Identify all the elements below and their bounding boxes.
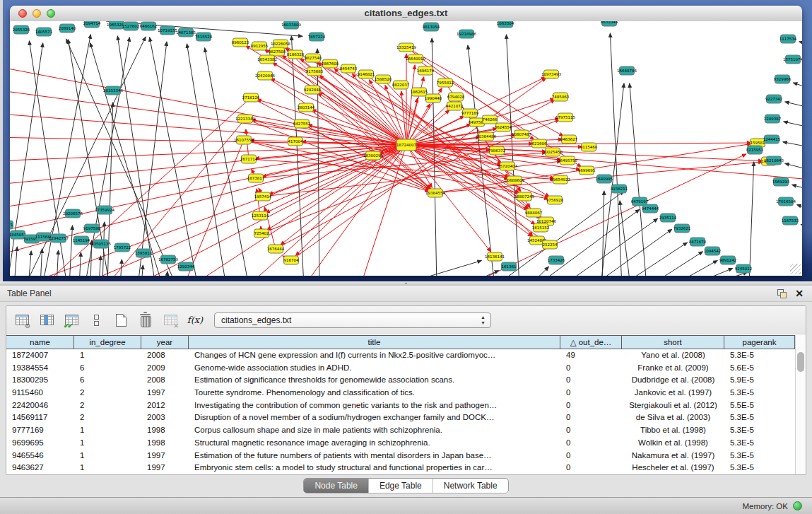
- network-node[interactable]: 7986372: [488, 146, 506, 155]
- table-cell[interactable]: 1997: [141, 462, 189, 474]
- column-header[interactable]: pagerank: [724, 336, 795, 349]
- table-row[interactable]: 1872400712008Changes of HCN gene express…: [6, 349, 795, 362]
- network-node[interactable]: 1527602: [122, 22, 140, 30]
- network-node[interactable]: 725402: [254, 229, 269, 238]
- float-window-icon[interactable]: [777, 289, 787, 298]
- network-node[interactable]: 19654923: [551, 175, 570, 184]
- table-cell[interactable]: Franke et al. (2009): [622, 362, 724, 375]
- table-cell[interactable]: 1997: [141, 450, 189, 462]
- table-cell[interactable]: 2: [74, 411, 141, 424]
- network-node[interactable]: 8813054: [423, 23, 440, 31]
- table-cell[interactable]: 5.9E-5: [724, 374, 795, 387]
- table-cell[interactable]: 9699695: [6, 437, 74, 450]
- network-node[interactable]: 17016504: [776, 197, 796, 206]
- network-node[interactable]: 1063304: [497, 21, 514, 28]
- column-header[interactable]: year: [141, 336, 189, 349]
- network-node[interactable]: 9463627: [560, 135, 578, 144]
- network-node[interactable]: 14671385: [176, 28, 196, 37]
- network-node[interactable]: 1696176: [417, 66, 435, 75]
- network-node[interactable]: 252254: [543, 240, 558, 249]
- table-cell[interactable]: 5.3E-5: [724, 437, 795, 450]
- table-cell[interactable]: 6: [74, 362, 141, 375]
- network-node[interactable]: 3624554: [495, 123, 512, 132]
- table-cell[interactable]: 5.3E-5: [724, 349, 795, 362]
- network-node[interactable]: 1569293: [772, 177, 790, 186]
- network-file-select[interactable]: citations_edges.txt ▲▼: [214, 313, 491, 328]
- table-cell[interactable]: 1998: [141, 437, 189, 450]
- table-cell[interactable]: Estimation of significance thresholds fo…: [189, 374, 560, 387]
- network-node[interactable]: 8427552: [293, 119, 311, 128]
- network-node[interactable]: 6466162: [140, 22, 158, 30]
- network-node[interactable]: 1588520: [375, 75, 392, 83]
- table-cell[interactable]: 19384554: [6, 362, 74, 375]
- splitter-handle-icon[interactable]: ▴: [405, 281, 407, 285]
- network-node[interactable]: 16107554: [234, 136, 254, 144]
- table-cell[interactable]: Yano et al. (2008): [622, 349, 724, 362]
- table-cell[interactable]: Dudbridge et al. (2008): [622, 374, 724, 387]
- network-node[interactable]: 2867608: [322, 59, 339, 68]
- table-cell[interactable]: 14569117: [6, 411, 74, 424]
- table-cell[interactable]: 9465546: [6, 450, 74, 462]
- network-node[interactable]: 7955812: [437, 78, 454, 87]
- network-node[interactable]: 7857224: [308, 33, 326, 41]
- table-cell[interactable]: 2: [74, 387, 141, 399]
- network-node[interactable]: 16210643: [764, 156, 784, 165]
- network-node[interactable]: 19218986: [457, 30, 476, 38]
- network-node[interactable]: 7932621: [673, 224, 691, 233]
- close-panel-icon[interactable]: ✕: [795, 288, 804, 298]
- network-node[interactable]: 16782759: [158, 255, 178, 264]
- table-row[interactable]: 1830029562008Estimation of significance …: [6, 374, 795, 387]
- column-header[interactable]: in_degree: [74, 336, 141, 349]
- table-row[interactable]: 1456911722003Disruption of a novel membe…: [6, 411, 795, 424]
- network-node[interactable]: 1094542: [704, 247, 722, 255]
- table-cell[interactable]: Disruption of a novel member of a sodium…: [189, 411, 560, 424]
- table-cell[interactable]: 0: [560, 437, 622, 450]
- network-node[interactable]: 8822037: [392, 81, 410, 89]
- network-node[interactable]: 621606: [532, 139, 547, 148]
- table-cell[interactable]: 0: [560, 362, 622, 375]
- network-node[interactable]: 18724007: [396, 139, 416, 151]
- table-row[interactable]: 1938455462009Genome-wide association stu…: [6, 362, 795, 375]
- network-node[interactable]: 8471670: [689, 238, 707, 246]
- network-node[interactable]: 2094714: [83, 21, 101, 28]
- close-button[interactable]: [18, 9, 27, 18]
- network-node[interactable]: 1615152: [532, 223, 550, 232]
- network-node[interactable]: 417004: [288, 137, 303, 146]
- table-cell[interactable]: 49: [560, 349, 622, 362]
- window-resize-grip[interactable]: [790, 264, 801, 274]
- table-cell[interactable]: Genome-wide association studies in ADHD.: [189, 362, 560, 375]
- table-cell[interactable]: Changes of HCN gene expression and I(f) …: [189, 349, 560, 362]
- network-node[interactable]: 13325419: [396, 43, 416, 52]
- table-settings-icon[interactable]: ⚙: [13, 312, 30, 329]
- table-cell[interactable]: 2008: [141, 349, 189, 362]
- table-row[interactable]: 946362711997Embryonic stem cells: a mode…: [6, 462, 795, 474]
- split-rows-icon[interactable]: [88, 312, 105, 329]
- network-node[interactable]: 8912955: [251, 42, 269, 50]
- table-cell[interactable]: 0: [560, 411, 622, 424]
- network-node[interactable]: 8215953: [746, 146, 764, 154]
- network-node[interactable]: 9146821: [358, 70, 375, 78]
- network-node[interactable]: 9421072: [446, 102, 464, 110]
- table-cell[interactable]: de Silva et al. (2003): [622, 411, 724, 424]
- minimize-button[interactable]: [33, 9, 41, 18]
- table-cell[interactable]: 2012: [141, 399, 189, 412]
- network-node[interactable]: 1640995: [596, 175, 613, 183]
- table-cell[interactable]: Nakamura et al. (1997): [622, 450, 724, 462]
- network-window[interactable]: citations_edges.txt 18724007183002951938…: [10, 6, 802, 276]
- network-node[interactable]: 9245012: [735, 264, 753, 273]
- network-node[interactable]: 9329966: [774, 75, 792, 83]
- scrollbar-thumb[interactable]: [797, 352, 804, 372]
- network-node[interactable]: 20206576: [63, 209, 83, 218]
- select-columns-icon[interactable]: [38, 312, 55, 329]
- network-node[interactable]: 16640910: [406, 54, 425, 63]
- network-node[interactable]: 2089140: [59, 24, 76, 33]
- table-cell[interactable]: 1: [74, 424, 141, 437]
- table-cell[interactable]: 5.5E-5: [724, 399, 795, 412]
- table-cell[interactable]: 5.3E-5: [724, 387, 795, 399]
- table-cell[interactable]: Estimation of the future numbers of pati…: [189, 450, 560, 462]
- network-node[interactable]: 9884067: [525, 209, 543, 217]
- network-node[interactable]: 12942757: [49, 234, 69, 243]
- network-node[interactable]: 8186328: [287, 50, 305, 59]
- network-node[interactable]: 9699695: [578, 166, 596, 175]
- network-node[interactable]: 9827508: [269, 47, 286, 56]
